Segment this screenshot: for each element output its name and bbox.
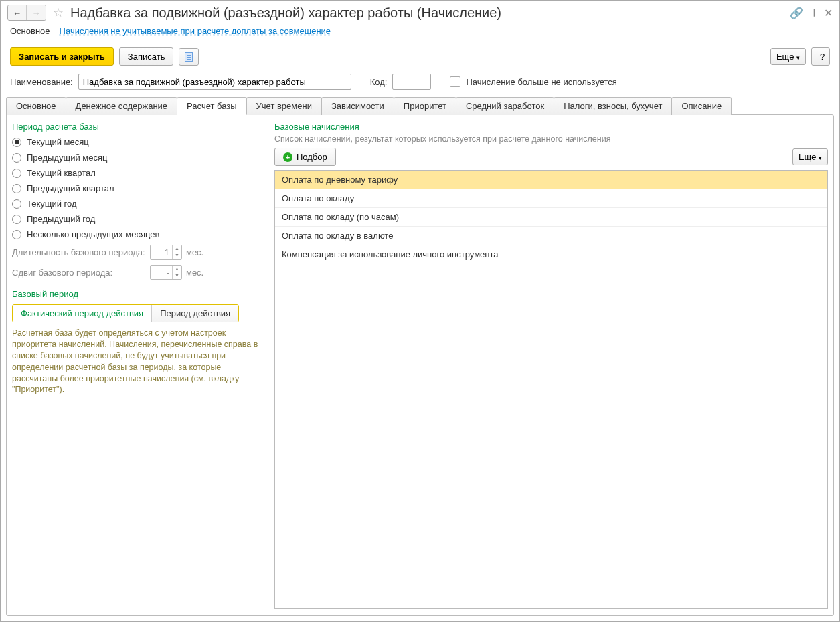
disabled-label: Начисление больше не используется <box>466 77 616 87</box>
disabled-checkbox[interactable] <box>450 76 460 87</box>
save-and-close-button[interactable]: Записать и закрыть <box>10 47 114 66</box>
accruals-more-button[interactable]: Еще ▾ <box>792 148 828 165</box>
nav-buttons: ← → <box>7 5 46 21</box>
spin-up-icon[interactable]: ▲ <box>173 245 181 252</box>
kebab-menu-icon[interactable]: ⁞ <box>813 7 815 19</box>
shift-spinner[interactable]: ▲▼ <box>150 265 182 280</box>
accrual-row[interactable]: Оплата по окладу <box>275 189 827 208</box>
accrual-row[interactable]: Компенсация за использование личного инс… <box>275 245 827 264</box>
tab-bar: ОсновноеДенежное содержаниеРасчет базыУч… <box>1 96 839 114</box>
shift-unit: мес. <box>186 268 203 278</box>
radio-label: Несколько предыдущих месяцев <box>27 229 159 239</box>
spin-up-icon[interactable]: ▲ <box>173 266 181 272</box>
spin-down-icon[interactable]: ▼ <box>173 252 181 259</box>
subnav: Основное Начисления не учитываемые при р… <box>1 23 839 42</box>
shift-input[interactable] <box>151 268 172 278</box>
radio-icon <box>12 230 21 239</box>
accrual-row[interactable]: Оплата по окладу в валюте <box>275 227 827 245</box>
name-input[interactable] <box>78 74 351 90</box>
duration-row: Длительность базового периода: ▲▼ мес. <box>12 242 266 262</box>
window-title: Надбавка за подвижной (разъездной) харак… <box>70 5 786 21</box>
base-accruals-hint: Список начислений, результат которых исп… <box>274 134 828 144</box>
radio-icon <box>12 215 21 224</box>
close-icon[interactable]: ✕ <box>824 7 833 19</box>
tab-0[interactable]: Основное <box>6 97 66 115</box>
titlebar-actions: 🔗 ⁞ ✕ <box>790 7 833 19</box>
tab-7[interactable]: Налоги, взносы, бухучет <box>554 97 672 115</box>
save-button[interactable]: Записать <box>119 47 174 66</box>
accrual-row[interactable]: Оплата по дневному тарифу <box>275 171 827 189</box>
period-seg-1[interactable]: Период действия <box>152 305 238 322</box>
radio-label: Предыдущий год <box>27 214 95 224</box>
tab-3[interactable]: Учет времени <box>246 97 322 115</box>
titlebar: ← → ☆ Надбавка за подвижной (разъездной)… <box>1 1 839 23</box>
tab-content: Период расчета базы Текущий месяцПредыду… <box>6 114 834 616</box>
tab-2[interactable]: Расчет базы <box>177 97 247 115</box>
back-button[interactable]: ← <box>8 5 27 20</box>
chevron-down-icon: ▾ <box>796 54 800 61</box>
tab-6[interactable]: Средний заработок <box>456 97 554 115</box>
radio-label: Текущий квартал <box>27 168 96 178</box>
main-toolbar: Записать и закрыть Записать Еще ▾ ? <box>1 42 839 71</box>
base-period-calc-title: Период расчета базы <box>12 122 266 132</box>
tab-4[interactable]: Зависимости <box>321 97 394 115</box>
forward-button[interactable]: → <box>27 5 46 20</box>
radio-label: Текущий месяц <box>27 137 89 147</box>
code-label: Код: <box>370 77 388 87</box>
list-icon <box>185 52 193 62</box>
duration-label: Длительность базового периода: <box>12 247 146 257</box>
period-radio-group: Текущий месяцПредыдущий месяцТекущий ква… <box>12 134 266 242</box>
period-radio-6[interactable]: Несколько предыдущих месяцев <box>12 227 266 242</box>
base-period-title: Базовый период <box>12 289 266 299</box>
name-label: Наименование: <box>10 77 73 87</box>
tab-8[interactable]: Описание <box>671 97 732 115</box>
link-icon[interactable]: 🔗 <box>790 7 803 19</box>
radio-icon <box>12 138 21 147</box>
period-radio-2[interactable]: Текущий квартал <box>12 165 266 181</box>
right-panel: Базовые начисления Список начислений, ре… <box>274 122 828 609</box>
base-accruals-title: Базовые начисления <box>274 122 828 132</box>
chevron-down-icon: ▾ <box>819 154 822 161</box>
favorite-star-icon[interactable]: ☆ <box>50 5 66 20</box>
shift-spin-buttons[interactable]: ▲▼ <box>172 266 181 279</box>
shift-label: Сдвиг базового периода: <box>12 268 146 278</box>
period-radio-1[interactable]: Предыдущий месяц <box>12 150 266 165</box>
duration-spinner[interactable]: ▲▼ <box>150 245 182 260</box>
period-seg-0[interactable]: Фактический период действия <box>13 305 152 322</box>
subnav-link-exclusions[interactable]: Начисления не учитываемые при расчете до… <box>60 26 331 36</box>
duration-unit: мес. <box>186 247 203 257</box>
duration-input[interactable] <box>151 247 172 257</box>
duration-spin-buttons[interactable]: ▲▼ <box>172 245 181 259</box>
spin-down-icon[interactable]: ▼ <box>173 272 181 279</box>
subnav-main[interactable]: Основное <box>10 26 50 36</box>
app-window: ← → ☆ Надбавка за подвижной (разъездной)… <box>0 0 840 622</box>
radio-label: Текущий год <box>27 199 77 209</box>
select-accrual-label: Подбор <box>297 152 327 162</box>
radio-icon <box>12 153 21 163</box>
period-radio-3[interactable]: Предыдущий квартал <box>12 181 266 196</box>
radio-icon <box>12 184 21 193</box>
radio-label: Предыдущий месяц <box>27 152 108 163</box>
arrow-right-icon: → <box>32 8 41 18</box>
accrual-row[interactable]: Оплата по окладу (по часам) <box>275 208 827 227</box>
select-accrual-button[interactable]: + Подбор <box>274 148 336 166</box>
left-panel: Период расчета базы Текущий месяцПредыду… <box>12 122 266 609</box>
period-radio-5[interactable]: Предыдущий год <box>12 211 266 227</box>
tab-1[interactable]: Денежное содержание <box>66 97 177 115</box>
more-menu-button[interactable]: Еще ▾ <box>770 48 806 65</box>
list-view-button[interactable] <box>179 48 199 66</box>
radio-icon <box>12 199 21 209</box>
radio-icon <box>12 169 21 178</box>
accruals-toolbar: + Подбор Еще ▾ <box>274 148 828 166</box>
period-description: Расчетная база будет определяться с учет… <box>12 328 266 395</box>
period-radio-4[interactable]: Текущий год <box>12 196 266 211</box>
code-input[interactable] <box>392 74 431 90</box>
tab-5[interactable]: Приоритет <box>394 97 456 115</box>
period-radio-0[interactable]: Текущий месяц <box>12 134 266 150</box>
plus-icon: + <box>283 152 292 162</box>
accruals-list[interactable]: Оплата по дневному тарифуОплата по оклад… <box>274 170 828 609</box>
shift-row: Сдвиг базового периода: ▲▼ мес. <box>12 262 266 282</box>
period-type-segmented: Фактический период действияПериод действ… <box>12 304 239 322</box>
radio-label: Предыдущий квартал <box>27 183 114 193</box>
help-button[interactable]: ? <box>811 47 830 66</box>
